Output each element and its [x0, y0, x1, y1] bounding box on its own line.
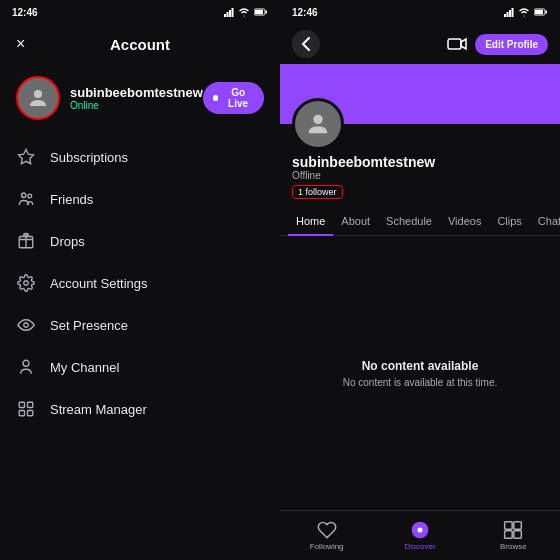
follower-badge: 1 follower — [292, 185, 343, 199]
tab-home[interactable]: Home — [288, 207, 333, 235]
my-channel-label: My Channel — [50, 360, 119, 375]
menu-item-friends[interactable]: Friends — [0, 178, 280, 220]
right-time: 12:46 — [292, 7, 318, 18]
svg-rect-3 — [232, 8, 234, 17]
drops-label: Drops — [50, 234, 85, 249]
channel-username: subinbeebomtestnew — [292, 154, 548, 170]
right-status-bar: 12:46 — [280, 0, 560, 24]
eye-icon — [16, 315, 36, 335]
svg-rect-21 — [507, 12, 509, 17]
svg-point-13 — [24, 281, 29, 286]
friends-label: Friends — [50, 192, 93, 207]
discover-icon — [410, 520, 430, 540]
svg-rect-26 — [546, 11, 548, 14]
account-settings-label: Account Settings — [50, 276, 148, 291]
tab-clips[interactable]: Clips — [489, 207, 529, 235]
svg-rect-23 — [512, 8, 514, 17]
channel-profile: subinbeebomtestnew Offline 1 follower — [280, 124, 560, 207]
browse-icon — [503, 520, 523, 540]
svg-rect-5 — [255, 10, 263, 14]
no-content-title: No content available — [362, 359, 479, 373]
svg-rect-17 — [28, 402, 33, 407]
menu-item-account-settings[interactable]: Account Settings — [0, 262, 280, 304]
wifi-icon — [238, 7, 250, 17]
grid-icon — [16, 399, 36, 419]
svg-point-30 — [417, 528, 422, 533]
content-area: No content available No content is avail… — [280, 236, 560, 510]
left-status-icons — [224, 7, 268, 17]
nav-discover[interactable]: Discover — [373, 511, 466, 560]
svg-rect-0 — [224, 14, 226, 17]
svg-rect-22 — [509, 10, 511, 17]
right-battery-icon — [534, 8, 548, 16]
svg-point-10 — [28, 194, 32, 198]
left-panel: 12:46 × Account — [0, 0, 280, 560]
tab-about[interactable]: About — [333, 207, 378, 235]
svg-rect-31 — [505, 522, 513, 530]
channel-status: Offline — [292, 170, 548, 181]
gear-icon — [16, 273, 36, 293]
right-panel: 12:46 — [280, 0, 560, 560]
tab-videos[interactable]: Videos — [440, 207, 489, 235]
tab-schedule[interactable]: Schedule — [378, 207, 440, 235]
discover-label: Discover — [404, 542, 435, 551]
edit-profile-button[interactable]: Edit Profile — [475, 34, 548, 55]
menu-item-stream-manager[interactable]: Stream Manager — [0, 388, 280, 430]
profile-left: subinbeebomtestnew Online — [16, 76, 203, 120]
svg-rect-2 — [229, 10, 231, 17]
svg-point-7 — [34, 90, 42, 98]
svg-rect-18 — [19, 411, 24, 416]
nav-following[interactable]: Following — [280, 511, 373, 560]
live-dot — [213, 95, 218, 101]
back-button[interactable] — [292, 30, 320, 58]
menu-item-my-channel[interactable]: My Channel — [0, 346, 280, 388]
right-header-actions: Edit Profile — [447, 34, 548, 55]
channel-avatar-icon — [304, 110, 332, 138]
nav-browse[interactable]: Browse — [467, 511, 560, 560]
set-presence-label: Set Presence — [50, 318, 128, 333]
left-status: Online — [70, 100, 203, 111]
avatar-icon — [26, 86, 50, 110]
avatar — [16, 76, 60, 120]
svg-point-14 — [24, 323, 29, 328]
right-signal-icon — [504, 7, 514, 17]
svg-point-15 — [23, 360, 29, 366]
right-status-icons — [504, 7, 548, 17]
heart-icon — [317, 520, 337, 540]
gift-icon — [16, 231, 36, 251]
menu-item-subscriptions[interactable]: Subscriptions — [0, 136, 280, 178]
close-button[interactable]: × — [16, 35, 25, 53]
battery-icon — [254, 8, 268, 16]
svg-rect-16 — [19, 402, 24, 407]
star-icon — [16, 147, 36, 167]
profile-section: subinbeebomtestnew Online Go Live — [0, 64, 280, 132]
svg-rect-25 — [535, 10, 543, 14]
svg-marker-8 — [19, 150, 34, 164]
left-status-bar: 12:46 — [0, 0, 280, 24]
svg-rect-32 — [514, 522, 522, 530]
svg-point-28 — [313, 115, 322, 124]
svg-rect-6 — [266, 11, 268, 14]
left-header: × Account — [0, 24, 280, 64]
svg-rect-1 — [227, 12, 229, 17]
go-live-label: Go Live — [222, 87, 254, 109]
go-live-button[interactable]: Go Live — [203, 82, 264, 114]
left-username: subinbeebomtestnew — [70, 85, 203, 100]
friends-icon — [16, 189, 36, 209]
svg-point-9 — [22, 193, 27, 198]
menu-item-drops[interactable]: Drops — [0, 220, 280, 262]
tab-chat[interactable]: Chat — [530, 207, 560, 235]
menu-list: Subscriptions Friends — [0, 132, 280, 560]
svg-rect-33 — [505, 531, 513, 539]
video-icon — [447, 37, 467, 51]
following-label: Following — [310, 542, 344, 551]
svg-rect-19 — [28, 411, 33, 416]
svg-rect-27 — [448, 39, 461, 49]
user-group-icon — [16, 357, 36, 377]
video-button[interactable] — [447, 37, 467, 51]
stream-manager-label: Stream Manager — [50, 402, 147, 417]
account-title: Account — [110, 36, 170, 53]
menu-item-set-presence[interactable]: Set Presence — [0, 304, 280, 346]
bottom-nav: Following Discover Browse — [280, 510, 560, 560]
right-wifi-icon — [518, 7, 530, 17]
